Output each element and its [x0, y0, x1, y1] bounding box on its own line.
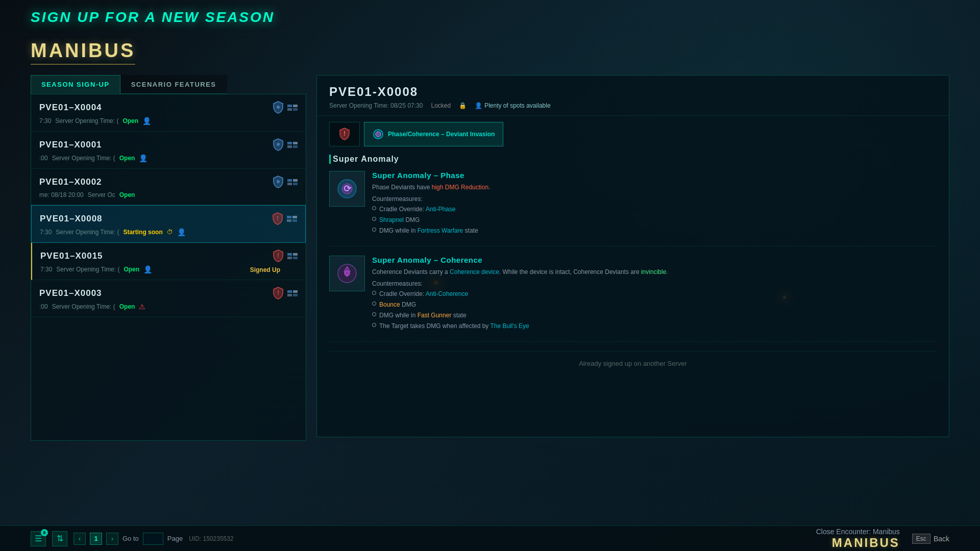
svg-rect-13 [287, 183, 292, 185]
filter-button[interactable]: ☰ 6 [31, 531, 46, 546]
server-item-info: :00 Server Opening Time: ( Open 👤 [39, 154, 298, 162]
anomaly-phase-desc: Phase Deviants have high DMG Reduction. [372, 183, 937, 192]
svg-rect-22 [293, 253, 298, 256]
svg-text:⟳: ⟳ [344, 184, 352, 194]
countermeasure-item: Shrapnel DMG [372, 215, 937, 224]
bottom-right: Close Encounter: Manibus MANIBUS Esc Bac… [816, 528, 949, 550]
svg-rect-1 [287, 105, 292, 107]
svg-rect-3 [287, 108, 292, 111]
tabs-container: SEASON SIGN-UP SCENARIO FEATURES [31, 75, 306, 94]
countermeasure-item: DMG while in Fast Gunner state [372, 311, 937, 320]
detail-locked-status: Locked [431, 102, 451, 109]
list-item[interactable]: PVE01–X0004 [31, 94, 306, 132]
anomaly-coherence-content: Super Anomaly – Coherence Coherence Devi… [372, 256, 937, 332]
svg-point-5 [277, 143, 280, 146]
anomaly-phase-title: Super Anomaly – Phase [372, 171, 937, 180]
anomaly-phase-content: Super Anomaly – Phase Phase Deviants hav… [372, 171, 937, 237]
svg-point-37 [345, 271, 350, 276]
feature-tab-phase-coherence[interactable]: Phase/Coherence – Deviant Invasion [364, 122, 503, 146]
countermeasure-item: Bounce DMG [372, 300, 937, 309]
svg-text:!: ! [277, 252, 279, 259]
svg-rect-23 [287, 257, 292, 259]
manibus-label: MANIBUS [816, 536, 900, 550]
feature-tabs: ! Phase/Coherence – Deviant Invasion [317, 116, 949, 146]
server-id: PVE01–X0015 [40, 251, 103, 261]
svg-point-0 [277, 106, 280, 109]
server-item-info: 7:30 Server Opening Time: ( Starting soo… [40, 228, 297, 236]
anomaly-card-coherence: Super Anomaly – Coherence Coherence Devi… [329, 256, 937, 342]
tab-season-signup[interactable]: SEASON SIGN-UP [31, 75, 120, 94]
flags-icon [287, 179, 298, 185]
svg-rect-21 [287, 253, 292, 256]
detail-opening-time: Server Opening Time: 08/25 07:30 [329, 102, 423, 109]
back-button[interactable]: Esc Back [912, 534, 949, 544]
close-encounter-info: Close Encounter: Manibus MANIBUS [816, 528, 900, 550]
sort-icon: ⇅ [57, 534, 63, 543]
svg-rect-6 [287, 142, 292, 144]
coherence-icon [329, 256, 365, 291]
filter-badge: 6 [41, 529, 48, 536]
svg-rect-2 [293, 105, 298, 107]
svg-rect-24 [293, 257, 298, 259]
list-item[interactable]: PVE01–X0003 ! [31, 280, 306, 317]
coherence-icon-svg [336, 262, 358, 285]
countermeasure-item: The Target takes DMG when affected by Th… [372, 321, 937, 331]
sort-button[interactable]: ⇅ [52, 531, 67, 546]
prev-page-button[interactable]: ‹ [74, 533, 86, 545]
shield-icon [272, 175, 284, 189]
detail-panel: PVE01-X0008 Server Opening Time: 08/25 0… [316, 75, 949, 437]
goto-label: Go to [122, 535, 139, 542]
tab-scenario-features[interactable]: SCENARIO FEATURES [120, 75, 227, 94]
server-icons [272, 101, 298, 115]
svg-rect-9 [293, 145, 298, 148]
list-item[interactable]: PVE01–X0015 ! [31, 243, 306, 280]
anomaly-coherence-title: Super Anomaly – Coherence [372, 256, 937, 264]
already-signed-notice: Already signed up on another Server [329, 351, 937, 375]
shield-icon: ! [272, 286, 284, 300]
list-item[interactable]: PVE01–X0008 ! [31, 205, 306, 243]
lock-icon: 🔒 [459, 102, 467, 109]
server-item-info: me: 08/18 20:00 Server Oc Open [39, 191, 298, 198]
filter-icon: ☰ [35, 534, 42, 543]
goto-input[interactable] [143, 533, 163, 545]
list-item[interactable]: PVE01–X0002 [31, 169, 306, 205]
detail-spots: 👤 Plenty of spots available [475, 102, 550, 109]
anomaly-coherence-desc: Coherence Deviants carry a Coherence dev… [372, 267, 937, 277]
countermeasure-item: Cradle Override: Anti-Coherence [372, 289, 937, 298]
anomaly-section: Super Anomaly ⟳ Super Anomaly – Phase P [317, 146, 949, 437]
signed-up-badge: Signed Up [250, 266, 280, 273]
detail-header: PVE01-X0008 Server Opening Time: 08/25 0… [317, 76, 949, 116]
countermeasures-label: Countermeasures: [372, 280, 937, 287]
next-page-button[interactable]: › [106, 533, 118, 545]
countermeasures-label: Countermeasures: [372, 195, 937, 203]
server-icons [272, 175, 298, 189]
server-id: PVE01–X0004 [39, 103, 102, 113]
phase-tab-icon [373, 129, 384, 140]
feature-tab-shield[interactable]: ! [329, 122, 360, 146]
svg-rect-27 [293, 290, 298, 293]
shield-tab-icon: ! [339, 128, 350, 141]
shield-icon [272, 101, 284, 115]
countermeasure-item: Cradle Override: Anti-Phase [372, 205, 937, 214]
flags-icon [287, 216, 297, 222]
countermeasure-item: DMG while in Fortress Warfare state [372, 226, 937, 235]
svg-rect-7 [293, 142, 298, 144]
server-id: PVE01–X0001 [39, 140, 102, 150]
svg-rect-4 [293, 108, 298, 111]
phase-icon-svg: ⟳ [336, 178, 358, 200]
game-title: MANIBUS [31, 40, 135, 65]
server-icons [272, 138, 298, 152]
warning-icon: ⚠ [139, 303, 145, 311]
list-item[interactable]: PVE01–X0001 [31, 132, 306, 169]
anomaly-card-phase: ⟳ Super Anomaly – Phase Phase Deviants h… [329, 171, 937, 246]
svg-point-32 [376, 132, 381, 137]
page-label: Page [167, 535, 183, 542]
bottom-bar: ☰ 6 ⇅ ‹ 1 › Go to Page UID: 150235532 Cl… [0, 525, 980, 551]
flags-icon [287, 105, 298, 111]
current-page: 1 [90, 533, 102, 545]
server-item-info: 7:30 Server Opening Time: ( Open 👤 [39, 117, 298, 125]
close-encounter-label: Close Encounter: Manibus [816, 528, 900, 536]
section-title: Super Anomaly [329, 155, 937, 164]
svg-text:!: ! [277, 289, 279, 296]
svg-text:!: ! [344, 130, 346, 137]
